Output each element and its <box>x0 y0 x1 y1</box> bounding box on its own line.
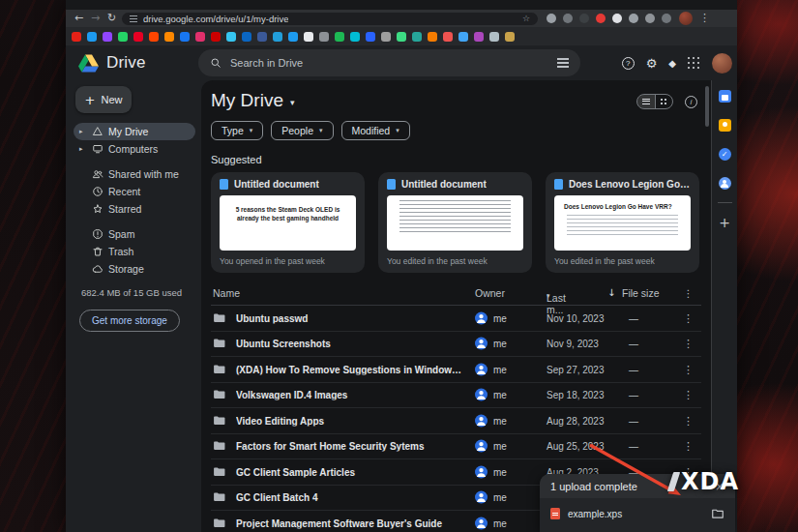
grid-view-icon[interactable] <box>656 95 673 108</box>
more-options-icon[interactable]: ⋮ <box>683 389 694 401</box>
bookmark-favicon[interactable] <box>381 32 391 42</box>
extension-icon[interactable] <box>547 14 556 23</box>
locate-folder-icon[interactable] <box>711 507 724 520</box>
bookmark-favicon[interactable] <box>474 32 484 42</box>
filter-chip[interactable]: Type ▾ <box>211 121 263 140</box>
bookmark-favicon[interactable] <box>489 32 499 42</box>
search-input[interactable] <box>230 57 548 69</box>
scrollbar-thumb[interactable] <box>705 86 709 127</box>
sparkle-icon[interactable]: ◆ <box>668 58 676 69</box>
extension-icon[interactable] <box>563 14 573 23</box>
bookmark-favicon[interactable] <box>273 32 282 42</box>
get-more-storage-button[interactable]: Get more storage <box>79 310 180 332</box>
expand-caret-icon[interactable]: ▸ <box>79 128 87 135</box>
forward-icon[interactable]: → <box>87 10 103 27</box>
more-options-icon[interactable]: ⋮ <box>683 414 694 427</box>
bookmark-favicon[interactable] <box>257 32 267 42</box>
file-row[interactable]: Factors for Smart Home Security Sytems m… <box>211 434 701 460</box>
contacts-icon[interactable] <box>719 177 731 190</box>
bookmark-favicon[interactable] <box>87 32 97 42</box>
bookmark-favicon[interactable] <box>319 32 329 42</box>
bookmark-favicon[interactable] <box>304 32 313 42</box>
sidebar-item-shared[interactable]: Shared with me <box>74 165 195 183</box>
sidebar-item-computers[interactable]: ▸ Computers <box>74 140 195 158</box>
site-info-icon[interactable] <box>130 15 137 22</box>
expand-caret-icon[interactable]: ▸ <box>79 145 87 153</box>
new-button[interactable]: + New <box>75 86 132 113</box>
address-bar[interactable]: drive.google.com/drive/u/1/my-drive ☆ <box>122 13 538 25</box>
bookmark-favicon[interactable] <box>412 32 422 42</box>
bookmark-favicon[interactable] <box>397 32 406 42</box>
bookmark-favicon[interactable] <box>350 32 360 42</box>
sidebar-item-recent[interactable]: Recent <box>74 183 195 200</box>
help-icon[interactable]: ? <box>622 57 635 70</box>
extension-icon[interactable] <box>612 14 622 23</box>
extension-icon[interactable] <box>629 14 638 23</box>
extension-icon[interactable] <box>579 14 589 23</box>
sidebar-item-my-drive[interactable]: ▸ My Drive <box>74 123 195 140</box>
bookmark-favicon[interactable] <box>180 32 190 42</box>
file-row[interactable]: Ubuntu Screenshots me Nov 9, 2023 — ⋮ <box>211 332 701 358</box>
filter-chip[interactable]: Modified ▾ <box>341 121 410 140</box>
sidebar-item-spam[interactable]: Spam <box>74 225 195 243</box>
bookmark-favicon[interactable] <box>195 32 205 42</box>
account-avatar[interactable] <box>712 53 732 74</box>
bookmark-favicon[interactable] <box>226 32 236 42</box>
sidebar-item-storage[interactable]: Storage <box>74 260 195 278</box>
file-row[interactable]: Video Editing Apps me Aug 28, 2023 — ⋮ <box>211 408 701 434</box>
suggested-card[interactable]: Untitled document 5 reasons the Steam De… <box>211 172 365 273</box>
bookmark-favicon[interactable] <box>72 32 81 42</box>
bookmark-favicon[interactable] <box>242 32 251 42</box>
browser-menu-icon[interactable]: ⋮ <box>699 10 710 27</box>
more-options-icon[interactable]: ⋮ <box>683 287 694 299</box>
bookmark-favicon[interactable] <box>505 32 515 42</box>
column-owner[interactable]: Owner <box>475 287 505 299</box>
extension-icon[interactable] <box>662 14 671 23</box>
suggested-card[interactable]: Untitled document You edited in the past… <box>378 172 532 273</box>
file-row[interactable]: (XDA) How To Remove Suggestions in Windo… <box>211 357 701 383</box>
more-options-icon[interactable]: ⋮ <box>683 338 694 350</box>
sort-direction-icon[interactable]: ↓ <box>607 287 615 298</box>
uploaded-file-row[interactable]: example.xps <box>540 498 735 520</box>
add-addon-icon[interactable]: + <box>719 216 730 229</box>
bookmark-favicon[interactable] <box>149 32 159 42</box>
bookmark-favicon[interactable] <box>103 32 112 42</box>
list-view-icon[interactable] <box>637 95 656 108</box>
bookmark-favicon[interactable] <box>443 32 453 42</box>
apps-grid-icon[interactable] <box>688 57 690 59</box>
bookmark-favicon[interactable] <box>164 32 174 42</box>
view-toggle[interactable] <box>636 94 673 109</box>
reload-icon[interactable]: ↻ <box>103 10 120 27</box>
settings-gear-icon[interactable]: ⚙ <box>646 56 658 71</box>
extension-icon[interactable] <box>596 14 606 23</box>
search-filter-icon[interactable] <box>557 58 569 68</box>
back-icon[interactable]: ← <box>71 10 87 27</box>
tasks-icon[interactable]: ✓ <box>719 148 731 161</box>
bookmark-favicon[interactable] <box>428 32 437 42</box>
bookmark-favicon[interactable] <box>118 32 128 42</box>
suggested-card[interactable]: Does Lenovo Legion Go Have VRR Does Leno… <box>546 172 699 273</box>
filter-chip[interactable]: People ▾ <box>271 121 333 140</box>
calendar-icon[interactable] <box>719 90 731 103</box>
column-name[interactable]: Name <box>213 287 240 299</box>
bookmark-favicon[interactable] <box>133 32 143 42</box>
extension-icon[interactable] <box>645 14 655 23</box>
browser-profile-avatar[interactable] <box>679 12 693 25</box>
search-bar[interactable] <box>198 49 580 76</box>
bookmark-favicon[interactable] <box>366 32 375 42</box>
keep-icon[interactable] <box>719 119 731 132</box>
bookmark-favicon[interactable] <box>335 32 344 42</box>
bookmark-favicon[interactable] <box>288 32 298 42</box>
file-row[interactable]: Ubuntu passwd me Nov 10, 2023 — ⋮ <box>211 306 701 332</box>
bookmark-star-icon[interactable]: ☆ <box>522 13 530 25</box>
column-file-size[interactable]: File size <box>622 287 660 299</box>
bookmark-favicon[interactable] <box>211 32 221 42</box>
sidebar-item-starred[interactable]: Starred <box>74 200 195 218</box>
file-row[interactable]: Volkswagen ID.4 Images me Sep 18, 2023 —… <box>211 383 701 409</box>
more-options-icon[interactable]: ⋮ <box>683 311 694 324</box>
bookmark-favicon[interactable] <box>458 32 468 42</box>
sidebar-item-trash[interactable]: Trash <box>74 243 195 260</box>
title-dropdown-caret-icon[interactable]: ▾ <box>290 98 295 107</box>
more-options-icon[interactable]: ⋮ <box>683 440 694 453</box>
more-options-icon[interactable]: ⋮ <box>683 363 694 375</box>
